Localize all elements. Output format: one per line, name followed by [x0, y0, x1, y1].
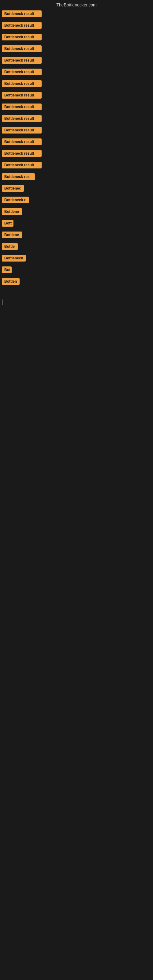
list-item: Bottlen: [2, 277, 151, 286]
cursor-line: [2, 299, 2, 305]
bottleneck-badge[interactable]: Bottleneck result: [2, 45, 41, 52]
list-item: Bottleneck result: [2, 10, 151, 19]
bottleneck-badge[interactable]: Bottlen: [2, 278, 19, 285]
list-item: Bottleneck result: [2, 56, 151, 65]
items-container: Bottleneck resultBottleneck resultBottle…: [0, 9, 153, 290]
bottleneck-badge[interactable]: Bottleneck result: [2, 103, 41, 110]
list-item: Bottleneck result: [2, 91, 151, 100]
list-item: Bottleneck r: [2, 196, 151, 205]
list-item: Bottle: [2, 243, 151, 252]
bottleneck-badge[interactable]: Bottleneck result: [2, 57, 41, 64]
list-item: Bottleneck: [2, 254, 151, 263]
bottleneck-badge[interactable]: Bottleneck result: [2, 138, 41, 145]
bottleneck-badge[interactable]: Bottleneck result: [2, 34, 41, 40]
bottleneck-badge[interactable]: Bottlene: [2, 232, 22, 238]
bottleneck-badge[interactable]: Bottleneck: [2, 255, 26, 261]
list-item: Bottleneck result: [2, 161, 151, 170]
list-item: Bottleneck result: [2, 138, 151, 147]
bottleneck-badge[interactable]: Bottleneck result: [2, 127, 41, 134]
list-item: Bottleneck result: [2, 21, 151, 30]
list-item: Bottleneck result: [2, 33, 151, 42]
bottleneck-badge[interactable]: Bottlenec: [2, 185, 24, 192]
list-item: Bottlenec: [2, 185, 151, 194]
list-item: Bottleneck result: [2, 103, 151, 112]
bottleneck-badge[interactable]: Bottleneck result: [2, 150, 41, 157]
bottleneck-badge[interactable]: Bottleneck result: [2, 68, 41, 75]
bottleneck-badge[interactable]: Bottleneck result: [2, 115, 41, 122]
list-item: Bottleneck result: [2, 45, 151, 54]
bottleneck-badge[interactable]: Bottle: [2, 243, 18, 250]
list-item: Bot: [2, 266, 151, 275]
list-item: Bottlene: [2, 208, 151, 217]
bottleneck-badge[interactable]: Bott: [2, 220, 13, 227]
list-item: Bottleneck result: [2, 80, 151, 89]
site-title: TheBottlenecker.com: [56, 2, 97, 7]
list-item: Bottleneck result: [2, 68, 151, 77]
list-item: Bottleneck result: [2, 150, 151, 159]
bottleneck-badge[interactable]: Bottleneck res: [2, 173, 35, 180]
bottleneck-badge[interactable]: Bottleneck result: [2, 92, 41, 99]
list-item: Bott: [2, 219, 151, 229]
bottleneck-badge[interactable]: Bottleneck result: [2, 162, 41, 169]
list-item: Bottleneck res: [2, 173, 151, 182]
site-header: TheBottlenecker.com: [0, 0, 153, 9]
bottleneck-badge[interactable]: Bottleneck result: [2, 22, 41, 29]
list-item: Bottleneck result: [2, 126, 151, 135]
bottleneck-badge[interactable]: Bot: [2, 266, 12, 273]
bottleneck-badge[interactable]: Bottleneck r: [2, 197, 29, 204]
bottleneck-badge[interactable]: Bottleneck result: [2, 80, 41, 87]
bottleneck-badge[interactable]: Bottlene: [2, 208, 22, 215]
bottleneck-badge[interactable]: Bottleneck result: [2, 10, 41, 17]
list-item: Bottlene: [2, 231, 151, 240]
list-item: Bottleneck result: [2, 115, 151, 124]
